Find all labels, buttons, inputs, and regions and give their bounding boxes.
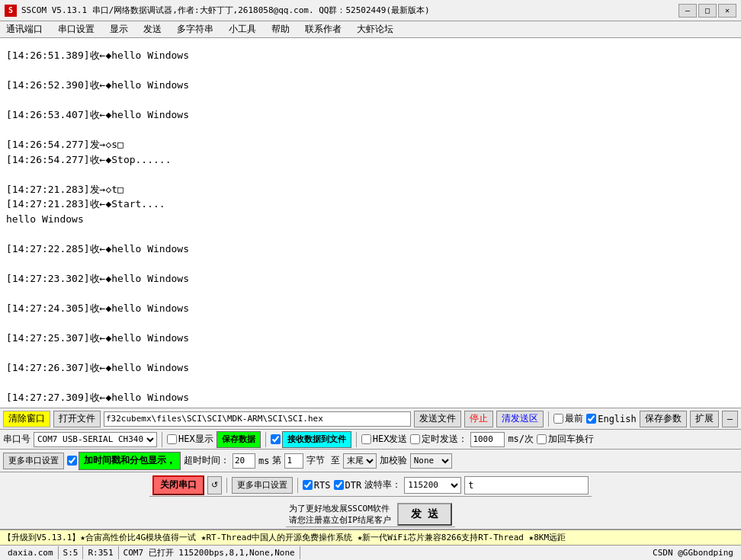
menu-item-tools[interactable]: 小工具 [226, 22, 259, 37]
english-checkbox[interactable] [586, 414, 596, 424]
hex-send-label: HEX发送 [361, 433, 408, 446]
toolbar3: 更多串口设置 加时间戳和分包显示， 超时时间： ms 第 字节 至 末尾 加校验… [0, 450, 741, 472]
checksum-label: 加校验 [380, 454, 407, 467]
timestamp-checkbox[interactable] [67, 456, 77, 466]
menu-item-send[interactable]: 发送 [140, 22, 165, 37]
crlf-checkbox[interactable] [537, 434, 547, 444]
interval-unit: ms/次 [508, 433, 534, 446]
maximize-button[interactable]: □ [698, 4, 717, 18]
rts-checkbox[interactable] [303, 480, 313, 490]
hex-display-label: HEX显示 [167, 433, 213, 446]
toolbar2: 串口号 COM7 USB-SERIAL CH340 HEX显示 保存数据 接收数… [0, 430, 741, 450]
terminal-line: [14:26:54.277]收←◆Stop...... [6, 152, 735, 168]
terminal-line [6, 226, 735, 242]
send-file-button[interactable]: 发送文件 [414, 411, 461, 427]
recv-file-checkbox[interactable] [271, 434, 281, 444]
toolbar4: 关闭串口 ↺ 更多串口设置 RTS DTR 波特率： 115200 为了更好地发… [0, 472, 741, 530]
window-title: SSCOM V5.13.1 串口/网络数据调试器,作者:大虾丁丁,2618058… [21, 5, 678, 16]
terminal-line: [14:27:21.283]发→◇t□ [6, 182, 735, 197]
timed-send-checkbox[interactable] [410, 434, 420, 444]
english-checkbox-label: English [586, 414, 637, 424]
menu-item-serial[interactable]: 串口设置 [55, 22, 98, 37]
dtr-label: DTR [334, 480, 362, 491]
interval-input[interactable] [470, 432, 505, 447]
toolbar1: 清除窗口 打开文件 发送文件 停止 清发送区 最前 English 保存参数 扩… [0, 408, 741, 430]
clear-window-button[interactable]: 清除窗口 [3, 411, 50, 427]
menu-item-display[interactable]: 显示 [107, 22, 131, 37]
crlf-label: 加回车换行 [537, 433, 594, 446]
separator3 [265, 432, 266, 447]
separator2 [162, 432, 162, 447]
title-bar: S SSCOM V5.13.1 串口/网络数据调试器,作者:大虾丁丁,26180… [0, 0, 741, 21]
send-button[interactable]: 发 送 [397, 503, 452, 526]
minus-button[interactable]: — [722, 411, 738, 427]
dtr-checkbox[interactable] [334, 480, 344, 490]
timeout-input[interactable] [233, 453, 255, 469]
minimize-button[interactable]: — [678, 4, 697, 18]
app-icon: S [5, 5, 17, 17]
menu-bar: 通讯端口 串口设置 显示 发送 多字符串 小工具 帮助 联系作者 大虾论坛 [0, 21, 741, 38]
terminal-line: [14:27:24.305]收←◆hello Windows [6, 301, 735, 316]
terminal-line: hello Windows [6, 212, 735, 227]
refresh-button[interactable]: ↺ [207, 476, 222, 494]
separator4 [356, 432, 357, 447]
hex-send-checkbox[interactable] [361, 434, 371, 444]
terminal-line: [14:27:22.285]收←◆hello Windows [6, 242, 735, 257]
stop-button[interactable]: 停止 [464, 411, 493, 427]
status-bar: daxia.com S:5 R:351 COM7 已打开 115200bps,8… [0, 545, 741, 560]
timeout-unit: ms [258, 456, 269, 466]
timeout-label: 超时时间： [184, 454, 229, 467]
byte-unit: 字节 至 [306, 454, 339, 467]
menu-item-help[interactable]: 帮助 [268, 22, 293, 37]
status-s: S:5 [59, 546, 84, 559]
terminal-line: [14:27:23.302]收←◆hello Windows [6, 271, 735, 286]
terminal-line: [14:27:21.283]收←◆Start.... [6, 197, 735, 212]
terminal-line: [14:27:27.309]收←◆hello Windows [6, 390, 735, 405]
byte-label: 第 [272, 454, 281, 467]
terminal-line [6, 167, 735, 182]
clear-send-button[interactable]: 清发送区 [496, 411, 544, 427]
end-select[interactable]: 末尾 [343, 453, 377, 469]
baud-select[interactable]: 115200 [404, 477, 461, 494]
timestamp-button[interactable]: 加时间戳和分包显示， [79, 452, 181, 470]
separator5 [226, 478, 227, 493]
menu-item-multistr[interactable]: 多字符串 [174, 22, 217, 37]
close-port-button[interactable]: 关闭串口 [152, 475, 204, 495]
close-button[interactable]: ✕ [718, 4, 736, 18]
menu-item-contact[interactable]: 联系作者 [302, 22, 345, 37]
save-data-button[interactable]: 保存数据 [217, 431, 261, 448]
more-settings-button[interactable]: 更多串口设置 [3, 453, 64, 469]
separator1 [548, 411, 549, 427]
terminal-line: [14:27:26.307]收←◆hello Windows [6, 360, 735, 376]
recv-file-span[interactable]: 接收数据到文件 [282, 431, 351, 448]
last-checkbox-label: 最前 [553, 412, 583, 425]
terminal-line [6, 123, 735, 138]
terminal-area: [14:26:49.387]收←◆hello Windows [14:26:50… [0, 38, 741, 408]
timestamp-label: 加时间戳和分包显示， [67, 452, 181, 470]
checksum-select[interactable]: None [410, 453, 452, 469]
promo-text: 为了更好地发展SSCOM软件请您注册嘉立创IP结尾客户 [289, 503, 391, 526]
ticker-text: 【升级到V5.13.1】★合宙高性价比4G模块值得一试 ★RT-Thread中国… [3, 533, 566, 542]
terminal-line: [14:26:52.390]收←◆hello Windows [6, 78, 735, 93]
terminal-line [6, 256, 735, 271]
terminal-line [6, 38, 735, 48]
more-settings-btn2[interactable]: 更多串口设置 [232, 477, 293, 494]
menu-item-comm[interactable]: 通讯端口 [3, 22, 46, 37]
terminal-line [6, 345, 735, 360]
byte-input[interactable] [284, 453, 303, 469]
terminal-line: [14:26:53.407]收←◆hello Windows [6, 107, 735, 123]
terminal-line [6, 63, 735, 78]
port-select[interactable]: COM7 USB-SERIAL CH340 [34, 432, 157, 447]
save-params-button[interactable]: 保存参数 [640, 411, 687, 427]
rts-label: RTS [303, 480, 331, 491]
expand-button[interactable]: 扩展 [690, 411, 719, 427]
window-controls: — □ ✕ [678, 4, 736, 18]
menu-item-forum[interactable]: 大虾论坛 [354, 22, 396, 37]
terminal-line [6, 286, 735, 301]
open-file-button[interactable]: 打开文件 [53, 411, 101, 427]
send-text-input[interactable] [464, 476, 589, 494]
last-checkbox[interactable] [553, 414, 563, 424]
hex-display-checkbox[interactable] [167, 434, 177, 444]
terminal-line [6, 375, 735, 390]
filepath-input[interactable] [104, 411, 411, 427]
